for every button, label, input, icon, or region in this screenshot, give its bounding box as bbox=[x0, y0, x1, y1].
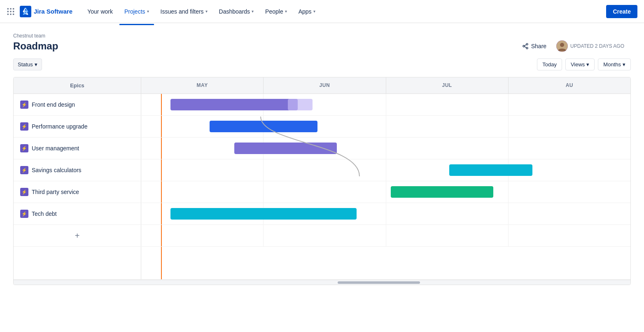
today-line bbox=[161, 94, 162, 115]
create-button[interactable]: Create bbox=[606, 5, 637, 18]
projects-chevron: ▾ bbox=[147, 9, 149, 14]
svg-point-16 bbox=[560, 43, 564, 47]
epic-icon-4: ⚡ bbox=[20, 166, 28, 174]
epic-bar-1-ghost bbox=[288, 99, 312, 110]
today-line bbox=[161, 138, 162, 159]
svg-rect-2 bbox=[13, 8, 14, 9]
epic-bar-2[interactable] bbox=[210, 121, 317, 132]
timeline-cell-5[interactable] bbox=[141, 181, 630, 203]
svg-rect-6 bbox=[7, 14, 9, 15]
month-header-may: MAY bbox=[141, 77, 264, 94]
today-line bbox=[161, 225, 162, 246]
nav-item-apps[interactable]: Apps ▾ bbox=[294, 5, 320, 18]
epics-column-header: Epics bbox=[14, 77, 141, 94]
navbar: Jira Software Your work Projects ▾ Issue… bbox=[0, 0, 644, 23]
today-line bbox=[161, 116, 162, 137]
month-header-jun: JUN bbox=[264, 77, 386, 94]
empty-timeline-1 bbox=[141, 247, 630, 279]
epic-label-2: Performance upgrade bbox=[32, 123, 87, 130]
nav-item-your-work[interactable]: Your work bbox=[82, 5, 118, 18]
epic-bar-4[interactable] bbox=[449, 164, 532, 176]
apps-chevron: ▾ bbox=[313, 9, 315, 14]
page-title: Roadmap bbox=[13, 40, 58, 52]
issues-chevron: ▾ bbox=[205, 9, 208, 14]
epic-bar-3[interactable] bbox=[234, 143, 337, 154]
toolbar-right: Today Views ▾ Months ▾ bbox=[537, 58, 631, 70]
avatar bbox=[556, 40, 568, 52]
timeline-cell-3[interactable] bbox=[141, 138, 630, 159]
epic-icon-1: ⚡ bbox=[20, 101, 28, 109]
roadmap-header: Epics MAY JUN JUL AU bbox=[14, 77, 630, 94]
month-header-aug: AU bbox=[509, 77, 630, 94]
today-button[interactable]: Today bbox=[537, 58, 562, 70]
updated-info: UPDATED 2 DAYS AGO bbox=[556, 40, 624, 52]
svg-rect-3 bbox=[7, 11, 9, 12]
svg-line-13 bbox=[524, 47, 526, 48]
svg-point-11 bbox=[523, 45, 525, 47]
nav-item-dashboards[interactable]: Dashboards ▾ bbox=[214, 5, 259, 18]
page-header: Chestnut team Roadmap Share UPDA bbox=[0, 23, 644, 52]
nav-item-projects[interactable]: Projects ▾ bbox=[119, 5, 154, 18]
logo[interactable]: Jira Software bbox=[20, 6, 72, 17]
nav-item-issues[interactable]: Issues and filters ▾ bbox=[156, 5, 212, 18]
timeline-header: MAY JUN JUL AU bbox=[141, 77, 630, 94]
add-row-timeline bbox=[141, 225, 630, 246]
scrollbar-thumb[interactable] bbox=[338, 281, 420, 284]
people-chevron: ▾ bbox=[285, 9, 287, 14]
epic-icon-2: ⚡ bbox=[20, 122, 28, 131]
share-button[interactable]: Share bbox=[517, 40, 551, 52]
table-row: ⚡ User management bbox=[14, 138, 630, 159]
timeline-cell-4[interactable] bbox=[141, 159, 630, 181]
views-chevron-icon: ▾ bbox=[586, 61, 589, 68]
add-epic-button[interactable]: + bbox=[72, 230, 83, 241]
timeline-cell-6[interactable] bbox=[141, 203, 630, 224]
svg-point-12 bbox=[526, 47, 528, 49]
svg-rect-1 bbox=[10, 8, 11, 9]
table-row: ⚡ Tech debt bbox=[14, 203, 630, 225]
svg-line-14 bbox=[524, 44, 526, 46]
epic-cell-2[interactable]: ⚡ Performance upgrade bbox=[14, 116, 141, 137]
epic-label-1: Front end design bbox=[32, 101, 75, 108]
table-row: ⚡ Savings calculators bbox=[14, 159, 630, 181]
empty-epics-1 bbox=[14, 247, 141, 279]
timeline-cell-1[interactable] bbox=[141, 94, 630, 115]
breadcrumb: Chestnut team bbox=[13, 33, 631, 39]
svg-rect-7 bbox=[10, 14, 11, 15]
epic-cell-1[interactable]: ⚡ Front end design bbox=[14, 94, 141, 115]
epic-cell-6[interactable]: ⚡ Tech debt bbox=[14, 203, 141, 224]
months-chevron-icon: ▾ bbox=[623, 61, 625, 68]
epic-icon-5: ⚡ bbox=[20, 188, 28, 196]
table-row: ⚡ Performance upgrade bbox=[14, 116, 630, 138]
empty-row-1 bbox=[14, 247, 630, 280]
svg-rect-5 bbox=[13, 11, 14, 12]
status-chevron-icon: ▾ bbox=[35, 61, 37, 68]
grid-icon[interactable] bbox=[7, 7, 15, 16]
scrollbar-row bbox=[14, 280, 630, 285]
months-button[interactable]: Months ▾ bbox=[598, 58, 631, 70]
nav-item-people[interactable]: People ▾ bbox=[260, 5, 292, 18]
svg-point-10 bbox=[526, 43, 528, 45]
today-line bbox=[161, 181, 162, 203]
logo-text: Jira Software bbox=[34, 8, 72, 15]
roadmap-body: ⚡ Front end design ⚡ Performance upgrade bbox=[14, 94, 630, 247]
epic-bar-5[interactable] bbox=[391, 186, 493, 198]
epic-bar-6[interactable] bbox=[170, 208, 356, 220]
status-filter-button[interactable]: Status ▾ bbox=[13, 58, 42, 70]
month-header-jul: JUL bbox=[386, 77, 509, 94]
epic-cell-3[interactable]: ⚡ User management bbox=[14, 138, 141, 159]
share-icon bbox=[522, 43, 529, 49]
epic-cell-4[interactable]: ⚡ Savings calculators bbox=[14, 159, 141, 181]
epic-icon-3: ⚡ bbox=[20, 144, 28, 152]
epic-label-3: User management bbox=[32, 145, 79, 152]
epic-cell-5[interactable]: ⚡ Third party service bbox=[14, 181, 141, 203]
epic-label-6: Tech debt bbox=[32, 210, 57, 217]
add-epic-row: + bbox=[14, 225, 630, 247]
toolbar-left: Status ▾ bbox=[13, 58, 42, 70]
svg-rect-8 bbox=[13, 14, 14, 15]
timeline-cell-2[interactable] bbox=[141, 116, 630, 137]
scrollbar-track[interactable] bbox=[141, 280, 630, 285]
epic-icon-6: ⚡ bbox=[20, 210, 28, 218]
views-button[interactable]: Views ▾ bbox=[565, 58, 595, 70]
epic-label-4: Savings calculators bbox=[32, 167, 82, 173]
epic-bar-1[interactable] bbox=[170, 99, 298, 110]
